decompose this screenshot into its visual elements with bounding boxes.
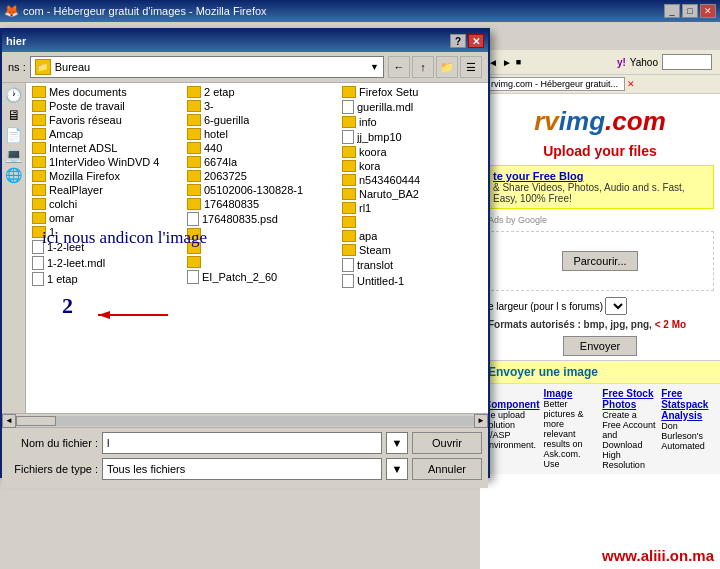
scroll-right-btn[interactable]: ► (474, 414, 488, 428)
file-item[interactable]: n543460444 (338, 173, 488, 187)
file-item[interactable]: info (338, 115, 488, 129)
sidebar-desktop-icon[interactable]: 🖥 (6, 107, 22, 123)
file-item[interactable]: Untitled-1 (338, 273, 488, 289)
file-item[interactable]: omar (28, 211, 183, 225)
file-name: koora (359, 146, 387, 158)
file-item[interactable]: guerilla.mdl (338, 99, 488, 115)
file-item[interactable]: translot (338, 257, 488, 273)
file-item[interactable]: hotel (183, 127, 338, 141)
web-yahoo-text: Yahoo (630, 57, 658, 68)
file-item[interactable]: RealPlayer (28, 183, 183, 197)
file-item[interactable]: Naruto_BA2 (338, 187, 488, 201)
blog-title[interactable]: te your Free Blog (493, 170, 707, 182)
footer-ad-4: Free Statspack Analysis Don Burleson's A… (661, 388, 716, 470)
file-item[interactable]: 3- (183, 99, 338, 113)
file-item[interactable]: jj_bmp10 (338, 129, 488, 145)
web-search-input-area[interactable] (662, 54, 712, 70)
folder-icon (32, 156, 46, 168)
file-name: 176480835.psd (202, 213, 278, 225)
nav-view-button[interactable]: ☰ (460, 56, 482, 78)
web-stop-btn[interactable]: ■ (516, 57, 521, 67)
web-forward-btn[interactable]: ► (502, 57, 512, 68)
close-button[interactable]: ✕ (700, 4, 716, 18)
file-item[interactable]: Favoris réseau (28, 113, 183, 127)
file-item[interactable]: rl1 (338, 201, 488, 215)
file-item[interactable]: 1 (28, 225, 183, 239)
folder-icon (342, 174, 356, 186)
file-item[interactable]: apa (338, 229, 488, 243)
open-button[interactable]: Ouvrir (412, 432, 482, 454)
nav-new-folder-button[interactable]: 📁 (436, 56, 458, 78)
nav-up-button[interactable]: ↑ (412, 56, 434, 78)
file-listing-area[interactable]: Mes documentsPoste de travailFavoris rés… (26, 83, 488, 413)
filename-label: Nom du fichier : (8, 437, 98, 449)
file-item[interactable]: 1 etap (28, 271, 183, 287)
scroll-left-btn[interactable]: ◄ (2, 414, 16, 428)
file-item[interactable]: Mozilla Firefox (28, 169, 183, 183)
file-name: Amcap (49, 128, 83, 140)
file-item[interactable]: Steam (338, 243, 488, 257)
file-icon (32, 256, 44, 270)
file-item[interactable]: colchi (28, 197, 183, 211)
tab-label[interactable]: rvimg.com - Hébergeur gratuit... (484, 77, 625, 91)
close-tab-icon[interactable]: ✕ (627, 79, 635, 89)
file-item[interactable]: 440 (183, 141, 338, 155)
filename-dropdown-arrow[interactable]: ▼ (386, 432, 408, 454)
sidebar-recent-icon[interactable]: 🕐 (6, 87, 22, 103)
dialog-help-button[interactable]: ? (450, 34, 466, 48)
footer-ad-4-title[interactable]: Free Statspack Analysis (661, 388, 716, 421)
file-item[interactable] (183, 241, 338, 255)
file-item[interactable]: Amcap (28, 127, 183, 141)
file-item[interactable] (338, 215, 488, 229)
location-combo[interactable]: 📁 Bureau ▼ (30, 56, 384, 78)
file-item[interactable]: 6-guerilla (183, 113, 338, 127)
file-item[interactable]: Mes documents (28, 85, 183, 99)
file-name: Internet ADSL (49, 142, 118, 154)
scroll-thumb[interactable] (16, 416, 56, 426)
browser-title: com - Hébergeur gratuit d'images - Mozil… (19, 5, 664, 17)
folder-icon (187, 228, 201, 240)
horizontal-scrollbar[interactable]: ◄ ► (2, 413, 488, 427)
sidebar-mydocs-icon[interactable]: 📄 (6, 127, 22, 143)
footer-ad-3-title[interactable]: Free Stock Photos (602, 388, 657, 410)
scroll-track[interactable] (16, 416, 474, 426)
envoyer-button[interactable]: Envoyer (563, 336, 637, 356)
minimize-button[interactable]: _ (664, 4, 680, 18)
file-item[interactable]: 1-2-leet (28, 239, 183, 255)
width-dropdown[interactable] (605, 297, 627, 315)
filename-input[interactable] (102, 432, 382, 454)
location-label: ns : (8, 61, 26, 73)
footer-ad-2-title[interactable]: Image (544, 388, 599, 399)
file-item[interactable] (183, 255, 338, 269)
file-icon (342, 274, 354, 288)
filetype-input[interactable] (102, 458, 382, 480)
file-item[interactable]: 05102006-130828-1 (183, 183, 338, 197)
folder-icon (342, 146, 356, 158)
folder-icon (32, 100, 46, 112)
maximize-button[interactable]: □ (682, 4, 698, 18)
sidebar-network-icon[interactable]: 🌐 (6, 167, 22, 183)
file-item[interactable]: Poste de travail (28, 99, 183, 113)
filetype-dropdown-arrow[interactable]: ▼ (386, 458, 408, 480)
file-item[interactable]: Internet ADSL (28, 141, 183, 155)
sidebar-mypc-icon[interactable]: 💻 (6, 147, 22, 163)
file-dialog: hier ? ✕ ns : 📁 Bureau ▼ ← ↑ 📁 ☰ 🕐 (0, 28, 490, 478)
footer-ads: d Component file upload solution S/ASP e… (480, 383, 720, 474)
footer-ad-1-title[interactable]: d Component (484, 388, 540, 410)
file-item[interactable]: 2063725 (183, 169, 338, 183)
dialog-close-button[interactable]: ✕ (468, 34, 484, 48)
file-item[interactable]: 1InterVideo WinDVD 4 (28, 155, 183, 169)
file-item[interactable]: 176480835 (183, 197, 338, 211)
nav-back-button[interactable]: ← (388, 56, 410, 78)
file-item[interactable]: koora (338, 145, 488, 159)
file-item[interactable]: 1-2-leet.mdl (28, 255, 183, 271)
file-item[interactable] (183, 227, 338, 241)
cancel-button[interactable]: Annuler (412, 458, 482, 480)
parcourir-button[interactable]: Parcourir... (562, 251, 637, 271)
file-item[interactable]: 6674la (183, 155, 338, 169)
file-item[interactable]: EI_Patch_2_60 (183, 269, 338, 285)
file-item[interactable]: kora (338, 159, 488, 173)
file-item[interactable]: Firefox Setu (338, 85, 488, 99)
file-item[interactable]: 2 etap (183, 85, 338, 99)
file-item[interactable]: 176480835.psd (183, 211, 338, 227)
